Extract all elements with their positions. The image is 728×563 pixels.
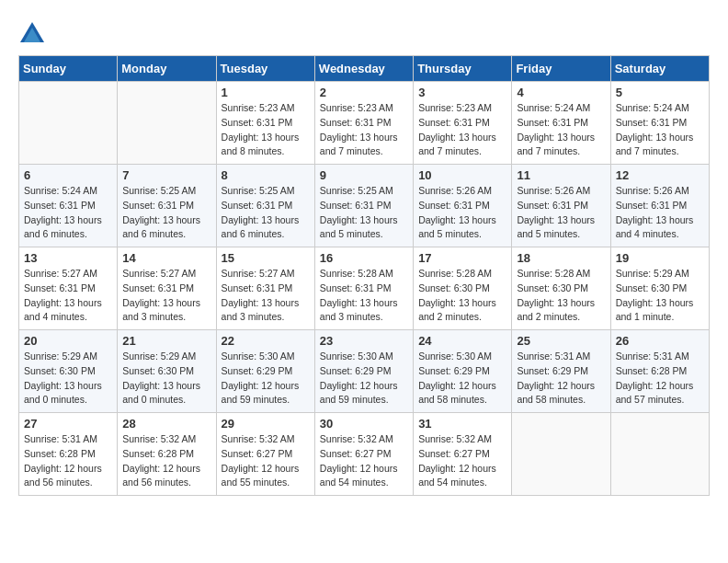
calendar-cell: 13Sunrise: 5:27 AM Sunset: 6:31 PM Dayli… [19,247,118,330]
calendar-cell: 23Sunrise: 5:30 AM Sunset: 6:29 PM Dayli… [314,330,413,413]
day-info: Sunrise: 5:31 AM Sunset: 6:28 PM Dayligh… [616,350,704,408]
day-info: Sunrise: 5:27 AM Sunset: 6:31 PM Dayligh… [222,267,310,325]
day-info: Sunrise: 5:24 AM Sunset: 6:31 PM Dayligh… [616,101,704,159]
day-info: Sunrise: 5:32 AM Sunset: 6:27 PM Dayligh… [222,432,310,490]
weekday-header: Thursday [414,56,512,82]
calendar-cell: 3Sunrise: 5:23 AM Sunset: 6:31 PM Daylig… [414,82,512,165]
day-info: Sunrise: 5:25 AM Sunset: 6:31 PM Dayligh… [122,184,210,242]
calendar-header-row: SundayMondayTuesdayWednesdayThursdayFrid… [19,56,710,82]
day-info: Sunrise: 5:29 AM Sunset: 6:30 PM Dayligh… [122,350,210,408]
calendar-cell: 29Sunrise: 5:32 AM Sunset: 6:27 PM Dayli… [216,413,314,496]
logo-icon [18,18,46,46]
calendar-cell: 25Sunrise: 5:31 AM Sunset: 6:29 PM Dayli… [512,330,610,413]
day-info: Sunrise: 5:32 AM Sunset: 6:27 PM Dayligh… [418,432,506,490]
day-info: Sunrise: 5:26 AM Sunset: 6:31 PM Dayligh… [517,184,605,242]
day-info: Sunrise: 5:28 AM Sunset: 6:30 PM Dayligh… [418,267,506,325]
calendar-cell: 6Sunrise: 5:24 AM Sunset: 6:31 PM Daylig… [19,165,118,247]
calendar-cell: 12Sunrise: 5:26 AM Sunset: 6:31 PM Dayli… [610,165,709,247]
day-number: 30 [320,417,408,431]
day-number: 7 [122,168,210,182]
calendar-cell: 26Sunrise: 5:31 AM Sunset: 6:28 PM Dayli… [610,330,709,413]
day-info: Sunrise: 5:23 AM Sunset: 6:31 PM Dayligh… [320,101,408,159]
day-info: Sunrise: 5:30 AM Sunset: 6:29 PM Dayligh… [320,350,408,408]
calendar-cell: 11Sunrise: 5:26 AM Sunset: 6:31 PM Dayli… [512,165,610,247]
day-number: 10 [418,168,506,182]
calendar-cell: 10Sunrise: 5:26 AM Sunset: 6:31 PM Dayli… [414,165,512,247]
page-header [18,18,710,46]
day-number: 4 [517,86,605,99]
calendar-cell: 1Sunrise: 5:23 AM Sunset: 6:31 PM Daylig… [216,82,314,165]
calendar-cell: 24Sunrise: 5:30 AM Sunset: 6:29 PM Dayli… [414,330,512,413]
day-number: 19 [616,251,704,265]
calendar-cell [19,82,118,165]
day-number: 25 [517,334,605,348]
calendar-cell: 15Sunrise: 5:27 AM Sunset: 6:31 PM Dayli… [216,247,314,330]
day-info: Sunrise: 5:26 AM Sunset: 6:31 PM Dayligh… [616,184,704,242]
day-number: 11 [517,168,605,182]
day-number: 22 [222,334,310,348]
day-info: Sunrise: 5:25 AM Sunset: 6:31 PM Dayligh… [222,184,310,242]
day-info: Sunrise: 5:27 AM Sunset: 6:31 PM Dayligh… [122,267,210,325]
calendar-cell: 4Sunrise: 5:24 AM Sunset: 6:31 PM Daylig… [512,82,610,165]
day-info: Sunrise: 5:30 AM Sunset: 6:29 PM Dayligh… [222,350,310,408]
day-info: Sunrise: 5:30 AM Sunset: 6:29 PM Dayligh… [418,350,506,408]
day-number: 2 [320,86,408,99]
day-number: 26 [616,334,704,348]
calendar-cell: 19Sunrise: 5:29 AM Sunset: 6:30 PM Dayli… [610,247,709,330]
calendar-cell: 9Sunrise: 5:25 AM Sunset: 6:31 PM Daylig… [314,165,413,247]
calendar-week-row: 27Sunrise: 5:31 AM Sunset: 6:28 PM Dayli… [19,413,710,496]
day-number: 17 [418,251,506,265]
calendar-cell: 27Sunrise: 5:31 AM Sunset: 6:28 PM Dayli… [19,413,118,496]
calendar-cell: 8Sunrise: 5:25 AM Sunset: 6:31 PM Daylig… [216,165,314,247]
calendar-cell: 30Sunrise: 5:32 AM Sunset: 6:27 PM Dayli… [314,413,413,496]
day-info: Sunrise: 5:29 AM Sunset: 6:30 PM Dayligh… [616,267,704,325]
calendar-cell: 18Sunrise: 5:28 AM Sunset: 6:30 PM Dayli… [512,247,610,330]
day-number: 31 [418,417,506,431]
calendar-cell: 7Sunrise: 5:25 AM Sunset: 6:31 PM Daylig… [118,165,216,247]
day-number: 8 [222,168,310,182]
day-number: 3 [418,86,506,99]
weekday-header: Friday [512,56,610,82]
day-number: 12 [616,168,704,182]
day-number: 9 [320,168,408,182]
day-info: Sunrise: 5:28 AM Sunset: 6:30 PM Dayligh… [517,267,605,325]
calendar-cell: 21Sunrise: 5:29 AM Sunset: 6:30 PM Dayli… [118,330,216,413]
day-number: 5 [616,86,704,99]
calendar-cell: 5Sunrise: 5:24 AM Sunset: 6:31 PM Daylig… [610,82,709,165]
calendar-cell [610,413,709,496]
day-info: Sunrise: 5:29 AM Sunset: 6:30 PM Dayligh… [24,350,112,408]
day-info: Sunrise: 5:31 AM Sunset: 6:28 PM Dayligh… [24,432,112,490]
calendar-cell: 31Sunrise: 5:32 AM Sunset: 6:27 PM Dayli… [414,413,512,496]
day-info: Sunrise: 5:26 AM Sunset: 6:31 PM Dayligh… [418,184,506,242]
day-number: 28 [122,417,210,431]
calendar-week-row: 20Sunrise: 5:29 AM Sunset: 6:30 PM Dayli… [19,330,710,413]
calendar-cell [118,82,216,165]
logo [18,18,51,46]
day-info: Sunrise: 5:24 AM Sunset: 6:31 PM Dayligh… [517,101,605,159]
day-number: 18 [517,251,605,265]
day-info: Sunrise: 5:27 AM Sunset: 6:31 PM Dayligh… [24,267,112,325]
day-number: 6 [24,168,112,182]
day-info: Sunrise: 5:24 AM Sunset: 6:31 PM Dayligh… [24,184,112,242]
weekday-header: Saturday [610,56,709,82]
day-number: 14 [122,251,210,265]
day-number: 1 [222,86,310,99]
calendar-week-row: 13Sunrise: 5:27 AM Sunset: 6:31 PM Dayli… [19,247,710,330]
day-info: Sunrise: 5:28 AM Sunset: 6:31 PM Dayligh… [320,267,408,325]
day-number: 20 [24,334,112,348]
calendar-cell: 2Sunrise: 5:23 AM Sunset: 6:31 PM Daylig… [314,82,413,165]
calendar-cell: 28Sunrise: 5:32 AM Sunset: 6:28 PM Dayli… [118,413,216,496]
calendar-cell [512,413,610,496]
weekday-header: Wednesday [314,56,413,82]
calendar-cell: 14Sunrise: 5:27 AM Sunset: 6:31 PM Dayli… [118,247,216,330]
calendar-cell: 20Sunrise: 5:29 AM Sunset: 6:30 PM Dayli… [19,330,118,413]
day-number: 13 [24,251,112,265]
day-number: 23 [320,334,408,348]
calendar-cell: 16Sunrise: 5:28 AM Sunset: 6:31 PM Dayli… [314,247,413,330]
calendar-week-row: 6Sunrise: 5:24 AM Sunset: 6:31 PM Daylig… [19,165,710,247]
day-info: Sunrise: 5:23 AM Sunset: 6:31 PM Dayligh… [418,101,506,159]
weekday-header: Sunday [19,56,118,82]
weekday-header: Monday [118,56,216,82]
day-info: Sunrise: 5:32 AM Sunset: 6:28 PM Dayligh… [122,432,210,490]
day-info: Sunrise: 5:25 AM Sunset: 6:31 PM Dayligh… [320,184,408,242]
